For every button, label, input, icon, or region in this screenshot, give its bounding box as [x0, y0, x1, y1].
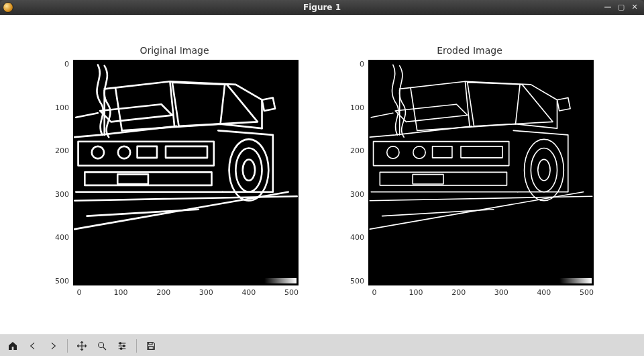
home-button[interactable]	[4, 337, 21, 355]
subplot-eroded: Eroded Image 0 100 200 300 400 500	[335, 45, 604, 314]
ytick: 100	[50, 103, 69, 112]
svg-rect-25	[149, 346, 154, 349]
ytick: 400	[345, 233, 364, 242]
x-axis-ticks: 0 100 200 300 400 500	[368, 285, 594, 297]
subplot-grid: Original Image 0 100 200 300 400 500	[40, 45, 604, 314]
ytick: 200	[345, 146, 364, 155]
xtick: 200	[156, 288, 170, 297]
svg-rect-10	[374, 142, 509, 166]
svg-rect-0	[78, 142, 214, 166]
gradient-patch	[264, 278, 297, 283]
window-titlebar: Figure 1 — ▢ ✕	[0, 0, 644, 15]
mpl-toolbar	[0, 335, 644, 356]
zoom-button[interactable]	[93, 337, 111, 355]
toolbar-separator	[67, 339, 68, 353]
save-icon	[146, 341, 156, 351]
svg-point-21	[119, 342, 121, 344]
arrow-left-icon	[28, 341, 38, 351]
forward-button[interactable]	[44, 337, 62, 355]
window-controls: — ▢ ✕	[604, 3, 644, 11]
svg-point-13	[413, 146, 425, 159]
xtick: 100	[114, 288, 128, 297]
sliders-icon	[117, 341, 127, 351]
ytick: 0	[345, 60, 364, 69]
x-axis-ticks: 0 100 200 300 400 500	[73, 285, 299, 297]
svg-rect-4	[138, 146, 157, 158]
svg-point-23	[120, 347, 122, 349]
ytick: 0	[50, 60, 69, 69]
xtick: 100	[409, 288, 423, 297]
xtick: 200	[451, 288, 466, 297]
svg-rect-14	[433, 146, 452, 158]
xtick: 400	[241, 288, 256, 297]
arrow-right-icon	[48, 341, 58, 351]
figure-canvas[interactable]: Original Image 0 100 200 300 400 500	[0, 15, 644, 335]
axes-wrap: 0 100 200 300 400 500	[345, 60, 594, 285]
app-icon	[3, 2, 13, 13]
plot-image	[368, 60, 594, 285]
configure-button[interactable]	[113, 337, 131, 355]
svg-rect-6	[117, 175, 148, 184]
ytick: 300	[50, 190, 69, 199]
ytick: 500	[50, 277, 69, 285]
xtick: 0	[73, 288, 85, 297]
ytick: 500	[345, 277, 364, 285]
xtick: 500	[580, 288, 594, 297]
svg-point-22	[123, 345, 125, 347]
ytick: 300	[345, 190, 364, 199]
ytick: 400	[50, 233, 69, 242]
svg-rect-24	[149, 342, 152, 344]
save-button[interactable]	[142, 337, 160, 355]
xtick: 300	[199, 288, 213, 297]
y-axis-ticks: 0 100 200 300 400 500	[345, 60, 368, 285]
svg-point-3	[118, 146, 130, 159]
subplot-title: Original Image	[140, 45, 209, 56]
plot-image	[73, 60, 299, 285]
toolbar-separator	[136, 339, 137, 353]
pan-button[interactable]	[73, 337, 91, 355]
ytick: 200	[50, 146, 69, 155]
xtick: 500	[284, 288, 299, 297]
xtick: 0	[368, 288, 380, 297]
axes-wrap: 0 100 200 300 400 500	[50, 60, 299, 285]
y-axis-ticks: 0 100 200 300 400 500	[50, 60, 73, 285]
car-lineart-icon	[369, 60, 593, 285]
gradient-patch	[559, 278, 592, 283]
maximize-button[interactable]: ▢	[617, 3, 625, 11]
xtick: 400	[537, 288, 551, 297]
window-title: Figure 1	[0, 3, 644, 12]
home-icon	[7, 341, 18, 351]
back-button[interactable]	[24, 337, 42, 355]
close-button[interactable]: ✕	[631, 3, 639, 11]
svg-point-12	[387, 146, 399, 159]
svg-point-8	[235, 148, 262, 191]
svg-point-2	[92, 146, 104, 159]
subplot-title: Eroded Image	[437, 45, 502, 56]
xtick: 300	[494, 288, 508, 297]
subplot-original: Original Image 0 100 200 300 400 500	[40, 45, 309, 314]
minimize-button[interactable]: —	[604, 3, 612, 11]
svg-point-20	[99, 342, 104, 347]
svg-rect-5	[166, 146, 207, 158]
move-icon	[76, 341, 87, 351]
svg-point-9	[243, 159, 255, 180]
svg-point-18	[531, 148, 557, 191]
ytick: 100	[345, 103, 364, 112]
svg-point-19	[538, 159, 550, 180]
svg-rect-16	[413, 175, 443, 184]
svg-rect-15	[461, 146, 502, 158]
car-lineart-icon	[74, 60, 298, 285]
zoom-icon	[97, 341, 107, 351]
